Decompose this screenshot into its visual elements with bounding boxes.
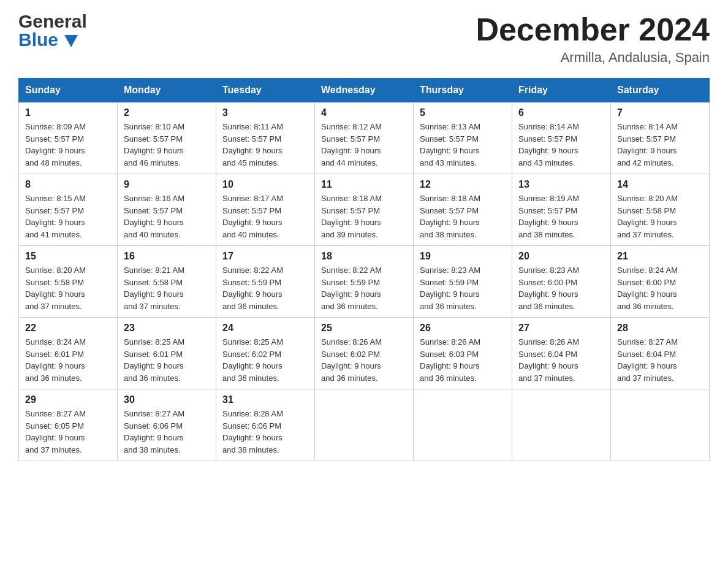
day-info: Sunrise: 8:26 AM Sunset: 6:02 PM Dayligh… xyxy=(321,336,407,384)
day-number: 18 xyxy=(321,251,407,262)
day-info: Sunrise: 8:23 AM Sunset: 6:00 PM Dayligh… xyxy=(518,264,604,312)
day-info: Sunrise: 8:17 AM Sunset: 5:57 PM Dayligh… xyxy=(222,193,308,240)
calendar-cell: 15 Sunrise: 8:20 AM Sunset: 5:58 PM Dayl… xyxy=(19,246,118,318)
day-info: Sunrise: 8:15 AM Sunset: 5:57 PM Dayligh… xyxy=(25,193,111,240)
calendar-cell: 17 Sunrise: 8:22 AM Sunset: 5:59 PM Dayl… xyxy=(216,246,315,318)
day-info: Sunrise: 8:13 AM Sunset: 5:57 PM Dayligh… xyxy=(420,121,506,169)
header-friday: Friday xyxy=(512,79,611,102)
day-number: 22 xyxy=(25,323,111,334)
calendar-week-5: 29 Sunrise: 8:27 AM Sunset: 6:05 PM Dayl… xyxy=(19,389,710,461)
day-number: 13 xyxy=(518,179,604,190)
day-number: 6 xyxy=(518,107,604,118)
calendar-header-row: SundayMondayTuesdayWednesdayThursdayFrid… xyxy=(19,79,710,102)
calendar-week-1: 1 Sunrise: 8:09 AM Sunset: 5:57 PM Dayli… xyxy=(19,102,710,174)
day-number: 28 xyxy=(617,323,703,334)
day-number: 14 xyxy=(617,179,703,190)
calendar-cell: 2 Sunrise: 8:10 AM Sunset: 5:57 PM Dayli… xyxy=(118,102,216,174)
calendar-cell: 26 Sunrise: 8:26 AM Sunset: 6:03 PM Dayl… xyxy=(414,318,512,389)
day-info: Sunrise: 8:12 AM Sunset: 5:57 PM Dayligh… xyxy=(321,121,407,169)
day-info: Sunrise: 8:27 AM Sunset: 6:04 PM Dayligh… xyxy=(617,336,703,384)
day-number: 29 xyxy=(25,394,111,405)
calendar-cell: 9 Sunrise: 8:16 AM Sunset: 5:57 PM Dayli… xyxy=(118,174,216,246)
day-info: Sunrise: 8:27 AM Sunset: 6:05 PM Dayligh… xyxy=(25,408,111,456)
calendar-cell: 10 Sunrise: 8:17 AM Sunset: 5:57 PM Dayl… xyxy=(216,174,315,246)
day-info: Sunrise: 8:18 AM Sunset: 5:57 PM Dayligh… xyxy=(420,193,506,240)
day-number: 4 xyxy=(321,107,407,118)
header-tuesday: Tuesday xyxy=(216,79,315,102)
day-number: 26 xyxy=(420,323,506,334)
day-info: Sunrise: 8:18 AM Sunset: 5:57 PM Dayligh… xyxy=(321,193,407,240)
calendar-cell: 27 Sunrise: 8:26 AM Sunset: 6:04 PM Dayl… xyxy=(512,318,611,389)
calendar-cell: 18 Sunrise: 8:22 AM Sunset: 5:59 PM Dayl… xyxy=(315,246,414,318)
day-number: 24 xyxy=(222,323,308,334)
calendar-cell: 25 Sunrise: 8:26 AM Sunset: 6:02 PM Dayl… xyxy=(315,318,414,389)
calendar-cell: 16 Sunrise: 8:21 AM Sunset: 5:58 PM Dayl… xyxy=(118,246,216,318)
day-number: 20 xyxy=(518,251,604,262)
day-info: Sunrise: 8:22 AM Sunset: 5:59 PM Dayligh… xyxy=(321,264,407,312)
day-number: 11 xyxy=(321,179,407,190)
calendar-cell: 6 Sunrise: 8:14 AM Sunset: 5:57 PM Dayli… xyxy=(512,102,611,174)
header-sunday: Sunday xyxy=(19,79,118,102)
day-info: Sunrise: 8:20 AM Sunset: 5:58 PM Dayligh… xyxy=(25,264,111,312)
day-number: 25 xyxy=(321,323,407,334)
calendar-cell: 24 Sunrise: 8:25 AM Sunset: 6:02 PM Dayl… xyxy=(216,318,315,389)
calendar-cell: 30 Sunrise: 8:27 AM Sunset: 6:06 PM Dayl… xyxy=(118,389,216,461)
logo-triangle-icon xyxy=(64,35,78,47)
day-info: Sunrise: 8:23 AM Sunset: 5:59 PM Dayligh… xyxy=(420,264,506,312)
svg-marker-0 xyxy=(64,35,78,47)
calendar-cell: 22 Sunrise: 8:24 AM Sunset: 6:01 PM Dayl… xyxy=(19,318,118,389)
day-number: 17 xyxy=(222,251,308,262)
day-number: 3 xyxy=(222,107,308,118)
logo: General Blue xyxy=(18,12,87,49)
day-info: Sunrise: 8:25 AM Sunset: 6:01 PM Dayligh… xyxy=(124,336,210,384)
header-wednesday: Wednesday xyxy=(315,79,414,102)
day-info: Sunrise: 8:26 AM Sunset: 6:03 PM Dayligh… xyxy=(420,336,506,384)
day-info: Sunrise: 8:10 AM Sunset: 5:57 PM Dayligh… xyxy=(124,121,210,169)
day-info: Sunrise: 8:24 AM Sunset: 6:01 PM Dayligh… xyxy=(25,336,111,384)
calendar-table: SundayMondayTuesdayWednesdayThursdayFrid… xyxy=(18,78,710,461)
day-number: 2 xyxy=(124,107,210,118)
calendar-cell xyxy=(512,389,611,461)
day-number: 23 xyxy=(124,323,210,334)
calendar-cell: 20 Sunrise: 8:23 AM Sunset: 6:00 PM Dayl… xyxy=(512,246,611,318)
day-info: Sunrise: 8:25 AM Sunset: 6:02 PM Dayligh… xyxy=(222,336,308,384)
day-info: Sunrise: 8:11 AM Sunset: 5:57 PM Dayligh… xyxy=(222,121,308,169)
calendar-cell: 19 Sunrise: 8:23 AM Sunset: 5:59 PM Dayl… xyxy=(414,246,512,318)
day-number: 16 xyxy=(124,251,210,262)
day-number: 19 xyxy=(420,251,506,262)
day-number: 10 xyxy=(222,179,308,190)
calendar-cell xyxy=(315,389,414,461)
title-section: December 2024 Armilla, Andalusia, Spain xyxy=(476,12,710,66)
calendar-cell: 5 Sunrise: 8:13 AM Sunset: 5:57 PM Dayli… xyxy=(414,102,512,174)
header-saturday: Saturday xyxy=(611,79,710,102)
day-info: Sunrise: 8:19 AM Sunset: 5:57 PM Dayligh… xyxy=(518,193,604,240)
day-info: Sunrise: 8:16 AM Sunset: 5:57 PM Dayligh… xyxy=(124,193,210,240)
calendar-cell xyxy=(611,389,710,461)
calendar-week-3: 15 Sunrise: 8:20 AM Sunset: 5:58 PM Dayl… xyxy=(19,246,710,318)
calendar-cell: 31 Sunrise: 8:28 AM Sunset: 6:06 PM Dayl… xyxy=(216,389,315,461)
header-monday: Monday xyxy=(118,79,216,102)
calendar-cell: 11 Sunrise: 8:18 AM Sunset: 5:57 PM Dayl… xyxy=(315,174,414,246)
page-header: General Blue December 2024 Armilla, Anda… xyxy=(18,12,710,66)
day-number: 15 xyxy=(25,251,111,262)
calendar-cell: 14 Sunrise: 8:20 AM Sunset: 5:58 PM Dayl… xyxy=(611,174,710,246)
day-info: Sunrise: 8:24 AM Sunset: 6:00 PM Dayligh… xyxy=(617,264,703,312)
day-number: 27 xyxy=(518,323,604,334)
day-info: Sunrise: 8:21 AM Sunset: 5:58 PM Dayligh… xyxy=(124,264,210,312)
day-info: Sunrise: 8:14 AM Sunset: 5:57 PM Dayligh… xyxy=(617,121,703,169)
calendar-title: December 2024 xyxy=(476,12,710,47)
calendar-cell: 1 Sunrise: 8:09 AM Sunset: 5:57 PM Dayli… xyxy=(19,102,118,174)
calendar-cell: 23 Sunrise: 8:25 AM Sunset: 6:01 PM Dayl… xyxy=(118,318,216,389)
day-info: Sunrise: 8:26 AM Sunset: 6:04 PM Dayligh… xyxy=(518,336,604,384)
calendar-cell: 7 Sunrise: 8:14 AM Sunset: 5:57 PM Dayli… xyxy=(611,102,710,174)
calendar-week-2: 8 Sunrise: 8:15 AM Sunset: 5:57 PM Dayli… xyxy=(19,174,710,246)
day-number: 21 xyxy=(617,251,703,262)
day-info: Sunrise: 8:20 AM Sunset: 5:58 PM Dayligh… xyxy=(617,193,703,240)
day-number: 1 xyxy=(25,107,111,118)
day-info: Sunrise: 8:14 AM Sunset: 5:57 PM Dayligh… xyxy=(518,121,604,169)
calendar-cell: 12 Sunrise: 8:18 AM Sunset: 5:57 PM Dayl… xyxy=(414,174,512,246)
calendar-week-4: 22 Sunrise: 8:24 AM Sunset: 6:01 PM Dayl… xyxy=(19,318,710,389)
day-info: Sunrise: 8:28 AM Sunset: 6:06 PM Dayligh… xyxy=(222,408,308,456)
day-info: Sunrise: 8:09 AM Sunset: 5:57 PM Dayligh… xyxy=(25,121,111,169)
calendar-cell: 28 Sunrise: 8:27 AM Sunset: 6:04 PM Dayl… xyxy=(611,318,710,389)
